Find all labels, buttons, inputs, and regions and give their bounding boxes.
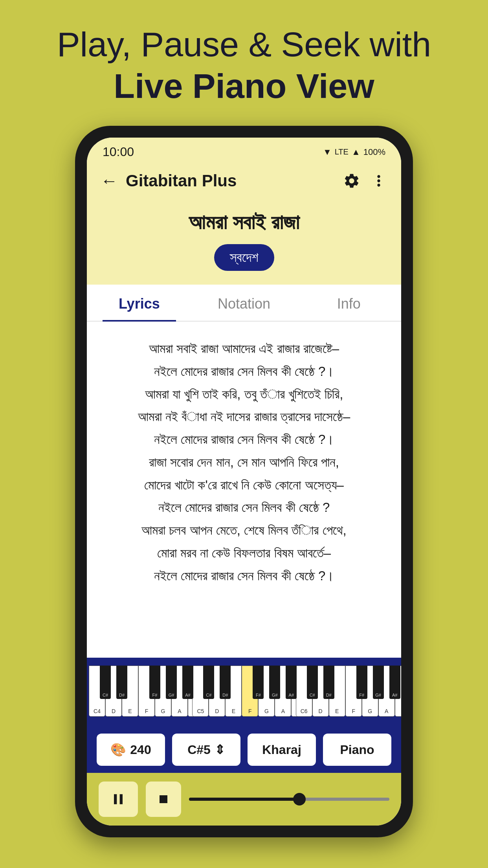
piano-black-key[interactable]: D# bbox=[323, 666, 334, 699]
piano-black-key[interactable]: F# bbox=[149, 666, 160, 699]
piano-key-label: G bbox=[362, 708, 378, 714]
headline-line1: Play, Pause & Seek with bbox=[57, 25, 431, 64]
status-time: 10:00 bbox=[103, 145, 134, 159]
phone-screen: 10:00 ▼ LTE ▲ 100% ← Gitabitan Plus bbox=[87, 138, 401, 826]
piano-key-label: F bbox=[242, 708, 258, 714]
piano-black-key-label: F# bbox=[356, 693, 367, 697]
more-icon[interactable] bbox=[370, 172, 387, 189]
piano-key-label: E bbox=[122, 708, 138, 714]
raag-button[interactable]: Kharaj bbox=[248, 734, 316, 766]
tempo-value: 240 bbox=[130, 743, 151, 757]
phone-frame: 10:00 ▼ LTE ▲ 100% ← Gitabitan Plus bbox=[75, 126, 413, 837]
piano-key-label: A bbox=[172, 708, 187, 714]
piano-black-key-label: C# bbox=[203, 693, 214, 697]
pause-icon bbox=[110, 791, 127, 808]
piano-key-label: G bbox=[259, 708, 274, 714]
piano-section: C4DEFGABC#D#F#G#A#C5DEFGABC#D#F#G#A#C6DE… bbox=[87, 658, 401, 773]
piano-key-label: F bbox=[139, 708, 154, 714]
tempo-button[interactable]: 🎨 240 bbox=[97, 734, 165, 766]
piano-black-key-label: C# bbox=[307, 693, 318, 697]
piano-key-label: D bbox=[106, 708, 121, 714]
piano-key-label: E bbox=[226, 708, 241, 714]
pitch-value: C#5 bbox=[187, 743, 211, 757]
instrument-value: Piano bbox=[340, 743, 374, 757]
piano-black-key[interactable]: A# bbox=[182, 666, 193, 699]
pitch-button[interactable]: C#5 ⇕ bbox=[172, 734, 240, 766]
piano-key-label: C6 bbox=[296, 708, 312, 714]
lte-label: LTE bbox=[335, 147, 349, 156]
piano-key-label: D bbox=[313, 708, 328, 714]
piano-black-key-label: A# bbox=[389, 693, 400, 697]
piano-black-key[interactable]: D# bbox=[220, 666, 231, 699]
status-bar: 10:00 ▼ LTE ▲ 100% bbox=[87, 138, 401, 163]
piano-black-key-label: G# bbox=[166, 693, 177, 697]
headline: Play, Pause & Seek with Live Piano View bbox=[0, 0, 488, 122]
piano-keys[interactable]: C4DEFGABC#D#F#G#A#C5DEFGABC#D#F#G#A#C6DE… bbox=[87, 666, 401, 726]
piano-black-key[interactable]: G# bbox=[373, 666, 384, 699]
app-bar: ← Gitabitan Plus bbox=[87, 163, 401, 199]
piano-key-label: D bbox=[209, 708, 225, 714]
palette-icon: 🎨 bbox=[110, 742, 126, 757]
tab-lyrics[interactable]: Lyrics bbox=[87, 285, 192, 321]
piano-black-key-label: D# bbox=[116, 693, 127, 697]
tab-notation[interactable]: Notation bbox=[192, 285, 297, 321]
stop-icon bbox=[156, 791, 171, 807]
piano-key-label: C5 bbox=[193, 708, 208, 714]
lyrics-content: আমরা সবাই রাজা আমাদের এই রাজার রাজেষ্টে–… bbox=[87, 322, 401, 658]
tabs-bar: Lyrics Notation Info bbox=[87, 285, 401, 322]
piano-black-key-label: A# bbox=[286, 693, 297, 697]
piano-black-key-label: C# bbox=[100, 693, 111, 697]
piano-key-label: A bbox=[275, 708, 291, 714]
settings-icon[interactable] bbox=[343, 172, 360, 189]
piano-black-key[interactable]: G# bbox=[166, 666, 177, 699]
battery-label: 100% bbox=[363, 147, 385, 157]
piano-key-label: C4 bbox=[89, 708, 105, 714]
piano-black-key-label: D# bbox=[323, 693, 334, 697]
signal-icon: ▲ bbox=[352, 147, 360, 157]
seek-thumb[interactable] bbox=[293, 793, 306, 805]
piano-black-key[interactable]: C# bbox=[307, 666, 318, 699]
controls-bar: 🎨 240 C#5 ⇕ Kharaj Piano bbox=[87, 726, 401, 773]
piano-black-key[interactable]: A# bbox=[286, 666, 297, 699]
piano-key-label: B bbox=[395, 708, 401, 714]
piano-black-key[interactable]: C# bbox=[203, 666, 214, 699]
pitch-icon: ⇕ bbox=[215, 742, 225, 757]
piano-octave: C6DEFGABC#D#F#G#A# bbox=[296, 666, 399, 717]
wifi-icon: ▼ bbox=[323, 147, 332, 157]
piano-key-label: F bbox=[346, 708, 361, 714]
piano-black-key[interactable]: A# bbox=[389, 666, 400, 699]
app-bar-actions bbox=[343, 172, 387, 189]
instrument-button[interactable]: Piano bbox=[323, 734, 391, 766]
piano-black-key-label: G# bbox=[373, 693, 384, 697]
raag-value: Kharaj bbox=[262, 743, 301, 757]
seek-progress bbox=[189, 798, 299, 801]
piano-black-key[interactable]: F# bbox=[356, 666, 367, 699]
piano-black-key[interactable]: F# bbox=[253, 666, 264, 699]
piano-black-key-label: G# bbox=[269, 693, 280, 697]
headline-line2: Live Piano View bbox=[114, 66, 374, 105]
piano-octave: C5DEFGABC#D#F#G#A# bbox=[192, 666, 295, 717]
piano-key-label: A bbox=[379, 708, 394, 714]
piano-black-key-label: D# bbox=[220, 693, 231, 697]
piano-black-key-label: F# bbox=[149, 693, 160, 697]
song-category-badge[interactable]: স্বদেশ bbox=[214, 244, 274, 271]
lyrics-text: আমরা সবাই রাজা আমাদের এই রাজার রাজেষ্টে–… bbox=[108, 337, 380, 587]
playback-bar bbox=[87, 773, 401, 826]
pause-button[interactable] bbox=[99, 782, 138, 817]
back-button[interactable]: ← bbox=[101, 171, 118, 191]
piano-black-key-label: F# bbox=[253, 693, 264, 697]
seek-bar[interactable] bbox=[189, 798, 389, 801]
app-title: Gitabitan Plus bbox=[126, 171, 335, 190]
stop-button[interactable] bbox=[146, 782, 181, 817]
piano-key-label: G bbox=[155, 708, 171, 714]
piano-black-key[interactable]: C# bbox=[100, 666, 111, 699]
piano-octave: C4DEFGABC#D#F#G#A# bbox=[89, 666, 192, 717]
tab-info[interactable]: Info bbox=[296, 285, 401, 321]
song-title: আমরা সবাই রাজা bbox=[103, 210, 385, 234]
song-header: আমরা সবাই রাজা স্বদেশ bbox=[87, 199, 401, 285]
status-icons: ▼ LTE ▲ 100% bbox=[323, 147, 385, 157]
piano-black-key[interactable]: G# bbox=[269, 666, 280, 699]
piano-black-key[interactable]: D# bbox=[116, 666, 127, 699]
piano-key-label: E bbox=[329, 708, 345, 714]
piano-black-key-label: A# bbox=[182, 693, 193, 697]
